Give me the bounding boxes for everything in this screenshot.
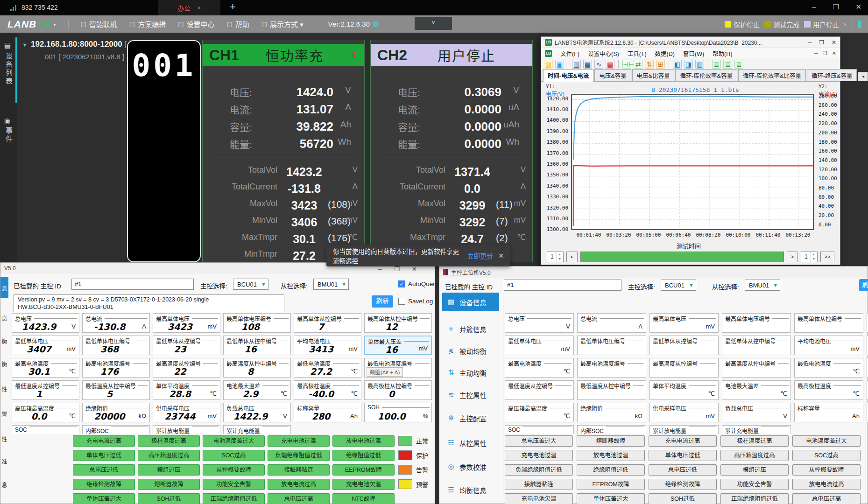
alarm-绝缘阻值过低[interactable]: 绝缘阻值过低 <box>332 450 395 461</box>
alarm-从控概要故障[interactable]: 从控概要故障 <box>792 464 861 476</box>
curve-icon[interactable]: ∿ <box>594 60 603 69</box>
alarm-极柱温度过高[interactable]: 极柱温度过高 <box>720 435 789 447</box>
menubar-item-0[interactable]: ▤智能联机 <box>81 19 117 29</box>
tree-device-node[interactable]: 001 [ 20230621001,v8.8 ] <box>45 53 124 61</box>
page-progress-bar[interactable] <box>580 252 784 262</box>
alarm-充电电池过温[interactable]: 充电电池过温 <box>505 450 573 461</box>
chart-tab-1[interactable]: 电压&容量 <box>594 69 631 81</box>
alarm-充电电流过高[interactable]: 充电电流过高 <box>649 435 717 447</box>
mounted-id-input[interactable]: #1 <box>504 280 621 291</box>
menubar-item-1[interactable]: ▤方案编辑 <box>129 19 166 29</box>
mdi-control-0[interactable]: ─ <box>814 50 818 56</box>
alarm-极柱温度过高[interactable]: 极柱温度过高 <box>138 435 200 447</box>
page-prev-button[interactable]: < <box>566 252 578 262</box>
alarm-总电压过高[interactable]: 总电压过高 <box>268 493 330 504</box>
mounted-id-input[interactable]: #1 <box>71 279 194 290</box>
alarm-负端绝缘阻值过低[interactable]: 负端绝缘阻值过低 <box>505 464 573 476</box>
menu-item-设备信息[interactable]: ▦设备信息 <box>442 293 499 311</box>
mdi-child-controls[interactable]: ─❒✕ <box>814 50 836 56</box>
alarm-高压箱温度过高[interactable]: 高压箱温度过高 <box>720 450 789 461</box>
page-spinner-left[interactable]: 1▲▼ <box>547 252 564 262</box>
master-select[interactable]: BCU01▼ <box>661 280 696 291</box>
menu-item-主控属性[interactable]: ≋主控属性 <box>442 385 499 404</box>
alarm-绝缘检测故障[interactable]: 绝缘检测故障 <box>649 479 717 490</box>
alarm-放电电流过高[interactable]: 放电电流过高 <box>268 479 330 490</box>
list-2-icon[interactable]: ≣ <box>723 60 732 69</box>
fit-x-icon[interactable]: ⇄ <box>634 60 642 69</box>
menu-item-均衡信息[interactable]: ☰均衡信息 <box>442 481 499 499</box>
chart-window-titlebar[interactable]: LB LANBTS电池测试系统2.12.6.30 - [C:\Users\LAN… <box>541 37 840 48</box>
alarm-SOH过低[interactable]: SOH过低 <box>138 493 200 504</box>
alarm-电池温度差过大[interactable]: 电池温度差过大 <box>792 435 861 447</box>
chart-tab-3[interactable]: 循环-库伦效率&容量 <box>675 69 737 81</box>
menu-item-并簇信息[interactable]: ⌗并簇信息 <box>442 320 499 338</box>
tab-close-icon[interactable]: × <box>197 4 201 11</box>
alarm-绝缘阻值过低[interactable]: 绝缘阻值过低 <box>577 464 645 476</box>
alarm-熔断器故障[interactable]: 熔断器故障 <box>138 479 200 490</box>
menu-item-参数校准[interactable]: ◎参数校准 <box>442 457 499 476</box>
remote-session-tab[interactable]: 办公 × <box>158 0 220 15</box>
alarm-总电压过低[interactable]: 总电压过低 <box>73 464 135 476</box>
tree-host-node[interactable]: ▾192.168.1.80:8000-12000 [ 连接 <box>23 37 145 49</box>
menubar-item-2[interactable]: ▤设置中心 <box>178 19 214 29</box>
side-tab-5[interactable]: 性 <box>0 435 8 443</box>
alarm-正端绝缘阻值过低[interactable]: 正端绝缘阻值过低 <box>720 493 789 504</box>
autoquery-checkbox[interactable]: ✓AutoQuery <box>398 280 438 287</box>
layout-left-icon[interactable]: ◧ <box>673 60 682 69</box>
alarm-充电电池欠温[interactable]: 充电电池欠温 <box>332 479 395 490</box>
alarm-放电电流过高[interactable]: 放电电流过高 <box>792 479 861 490</box>
chart-menu-0[interactable]: 文件(F) <box>560 49 579 58</box>
slave-select[interactable]: BMU01▼ <box>745 280 780 291</box>
list-3-icon[interactable]: ≣ <box>734 60 743 69</box>
chart-tab-5[interactable]: 循环-终压&容量 <box>807 69 857 81</box>
maximize-button[interactable]: ❐ <box>394 266 400 273</box>
chart-window-controls[interactable]: ─❒✕ <box>808 39 836 46</box>
alarm-模组过压[interactable]: 模组过压 <box>720 464 789 476</box>
mdi-control-2[interactable]: ✕ <box>832 50 836 56</box>
alarm-总电压过高[interactable]: 总电压过高 <box>792 493 861 504</box>
menu-item-主动均衡[interactable]: ⇅主动均衡 <box>442 363 499 382</box>
report-icon[interactable]: ▥ <box>572 60 581 69</box>
close-button[interactable]: ✕ <box>412 266 417 273</box>
list-1-icon[interactable]: ≣ <box>712 60 721 69</box>
alarm-SOC过高[interactable]: SOC过高 <box>203 450 265 461</box>
savelog-checkbox[interactable]: SaveLog <box>398 298 433 305</box>
save-icon[interactable]: ▣ <box>555 60 564 69</box>
side-tab-6[interactable]: 准 <box>0 457 8 465</box>
alarm-充电电流过高[interactable]: 充电电流过高 <box>73 435 135 447</box>
chart-window-control-0[interactable]: ─ <box>808 39 812 46</box>
alarm-单体压差过大[interactable]: 单体压差过大 <box>73 493 135 504</box>
alarm-模组过压[interactable]: 模组过压 <box>138 464 200 476</box>
window-minimize-button[interactable]: – <box>812 3 816 11</box>
alarm-充电电池欠温[interactable]: 充电电池欠温 <box>505 493 573 504</box>
schedule-icon[interactable]: ▤ <box>606 60 614 69</box>
alarm-接触器粘连[interactable]: 接触器粘连 <box>505 479 573 490</box>
side-tab-7[interactable]: 息 <box>0 481 8 489</box>
toast-close-icon[interactable]: ✕ <box>498 252 504 259</box>
alarm-单体电压过低[interactable]: 单体电压过低 <box>649 450 717 461</box>
chart-tab-4[interactable]: 循环-库伦效率&比容量 <box>738 69 806 81</box>
mdi-control-1[interactable]: ❒ <box>823 50 827 56</box>
side-tab-4[interactable]: 置 <box>0 410 8 418</box>
channel-header[interactable]: CH2 用户停止 <box>371 44 532 66</box>
chart-window-control-2[interactable]: ✕ <box>832 39 836 46</box>
alarm-负端绝缘阻值过低[interactable]: 负端绝缘阻值过低 <box>268 450 330 461</box>
chart-tab-2[interactable]: 电压&比容量 <box>632 69 675 81</box>
minimize-button[interactable]: ─ <box>378 266 382 273</box>
tab-scroll-left[interactable]: ◂ <box>858 72 868 81</box>
alarm-从控概要故障[interactable]: 从控概要故障 <box>203 464 265 476</box>
alarm-SOH过低[interactable]: SOH过低 <box>649 493 717 504</box>
menu-item-被动均衡[interactable]: ≶被动均衡 <box>442 342 499 360</box>
alarm-功能安全告警[interactable]: 功能安全告警 <box>720 479 789 490</box>
channel-header[interactable]: CH1 恒功率充 ▼▼ <box>203 44 364 66</box>
alarm-放电电池过温[interactable]: 放电电池过温 <box>577 450 645 461</box>
menubar-item-4[interactable]: ▤展示方式 ▾ <box>261 19 303 29</box>
legend-expand-arrow[interactable]: › <box>844 21 846 28</box>
page-last-button[interactable]: >> <box>820 252 834 262</box>
page-next-button[interactable]: > <box>787 252 798 262</box>
rail-tab-device-list[interactable]: 设备列表 <box>4 52 14 86</box>
layout-split-icon[interactable]: ▥ <box>695 60 704 69</box>
refresh-button[interactable]: 刷新 <box>372 295 393 308</box>
side-tab-2[interactable]: 衡 <box>0 360 8 368</box>
alarm-功能安全告警[interactable]: 功能安全告警 <box>203 479 265 490</box>
